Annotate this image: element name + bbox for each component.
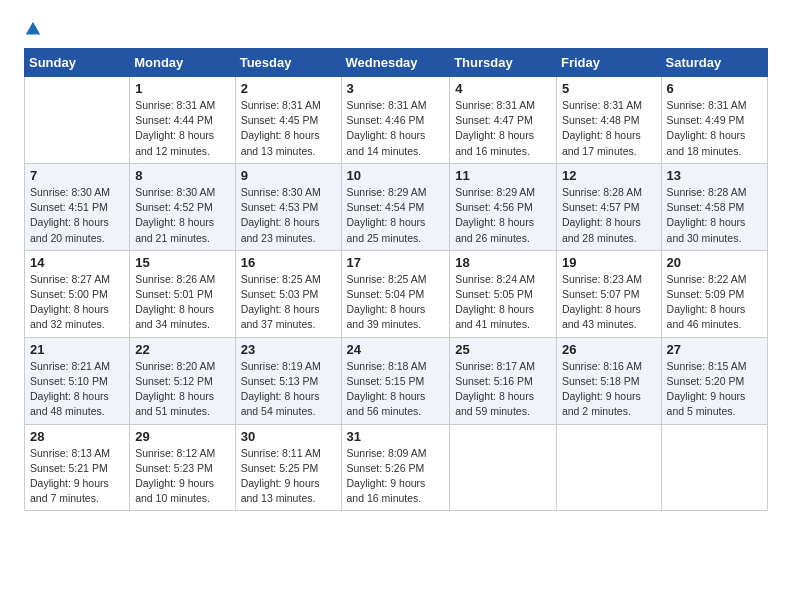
table-row (25, 77, 130, 164)
day-number: 2 (241, 81, 336, 96)
day-number: 15 (135, 255, 229, 270)
table-row: 14Sunrise: 8:27 AM Sunset: 5:00 PM Dayli… (25, 250, 130, 337)
table-row: 19Sunrise: 8:23 AM Sunset: 5:07 PM Dayli… (556, 250, 661, 337)
day-number: 20 (667, 255, 762, 270)
calendar-header-row: Sunday Monday Tuesday Wednesday Thursday… (25, 49, 768, 77)
day-info: Sunrise: 8:29 AM Sunset: 4:54 PM Dayligh… (347, 185, 445, 246)
day-info: Sunrise: 8:17 AM Sunset: 5:16 PM Dayligh… (455, 359, 551, 420)
table-row (556, 424, 661, 511)
day-number: 16 (241, 255, 336, 270)
col-wednesday: Wednesday (341, 49, 450, 77)
table-row: 31Sunrise: 8:09 AM Sunset: 5:26 PM Dayli… (341, 424, 450, 511)
table-row: 8Sunrise: 8:30 AM Sunset: 4:52 PM Daylig… (130, 163, 235, 250)
day-info: Sunrise: 8:21 AM Sunset: 5:10 PM Dayligh… (30, 359, 124, 420)
day-number: 25 (455, 342, 551, 357)
day-number: 8 (135, 168, 229, 183)
day-number: 30 (241, 429, 336, 444)
table-row: 15Sunrise: 8:26 AM Sunset: 5:01 PM Dayli… (130, 250, 235, 337)
day-info: Sunrise: 8:27 AM Sunset: 5:00 PM Dayligh… (30, 272, 124, 333)
day-number: 27 (667, 342, 762, 357)
table-row: 10Sunrise: 8:29 AM Sunset: 4:54 PM Dayli… (341, 163, 450, 250)
day-info: Sunrise: 8:31 AM Sunset: 4:48 PM Dayligh… (562, 98, 656, 159)
day-info: Sunrise: 8:28 AM Sunset: 4:58 PM Dayligh… (667, 185, 762, 246)
day-number: 18 (455, 255, 551, 270)
logo (24, 20, 42, 36)
header (24, 20, 768, 36)
day-info: Sunrise: 8:19 AM Sunset: 5:13 PM Dayligh… (241, 359, 336, 420)
day-info: Sunrise: 8:30 AM Sunset: 4:51 PM Dayligh… (30, 185, 124, 246)
day-info: Sunrise: 8:16 AM Sunset: 5:18 PM Dayligh… (562, 359, 656, 420)
table-row: 5Sunrise: 8:31 AM Sunset: 4:48 PM Daylig… (556, 77, 661, 164)
table-row: 9Sunrise: 8:30 AM Sunset: 4:53 PM Daylig… (235, 163, 341, 250)
day-info: Sunrise: 8:28 AM Sunset: 4:57 PM Dayligh… (562, 185, 656, 246)
day-number: 22 (135, 342, 229, 357)
calendar-week-row: 1Sunrise: 8:31 AM Sunset: 4:44 PM Daylig… (25, 77, 768, 164)
day-number: 4 (455, 81, 551, 96)
day-info: Sunrise: 8:29 AM Sunset: 4:56 PM Dayligh… (455, 185, 551, 246)
day-info: Sunrise: 8:18 AM Sunset: 5:15 PM Dayligh… (347, 359, 445, 420)
table-row: 4Sunrise: 8:31 AM Sunset: 4:47 PM Daylig… (450, 77, 557, 164)
col-monday: Monday (130, 49, 235, 77)
day-info: Sunrise: 8:22 AM Sunset: 5:09 PM Dayligh… (667, 272, 762, 333)
day-number: 24 (347, 342, 445, 357)
table-row: 23Sunrise: 8:19 AM Sunset: 5:13 PM Dayli… (235, 337, 341, 424)
day-info: Sunrise: 8:25 AM Sunset: 5:03 PM Dayligh… (241, 272, 336, 333)
day-info: Sunrise: 8:30 AM Sunset: 4:53 PM Dayligh… (241, 185, 336, 246)
table-row: 24Sunrise: 8:18 AM Sunset: 5:15 PM Dayli… (341, 337, 450, 424)
day-number: 3 (347, 81, 445, 96)
day-number: 10 (347, 168, 445, 183)
page: Sunday Monday Tuesday Wednesday Thursday… (0, 0, 792, 612)
table-row: 1Sunrise: 8:31 AM Sunset: 4:44 PM Daylig… (130, 77, 235, 164)
table-row: 21Sunrise: 8:21 AM Sunset: 5:10 PM Dayli… (25, 337, 130, 424)
table-row: 17Sunrise: 8:25 AM Sunset: 5:04 PM Dayli… (341, 250, 450, 337)
table-row: 18Sunrise: 8:24 AM Sunset: 5:05 PM Dayli… (450, 250, 557, 337)
day-number: 1 (135, 81, 229, 96)
table-row (450, 424, 557, 511)
day-number: 7 (30, 168, 124, 183)
day-info: Sunrise: 8:26 AM Sunset: 5:01 PM Dayligh… (135, 272, 229, 333)
day-number: 21 (30, 342, 124, 357)
table-row: 27Sunrise: 8:15 AM Sunset: 5:20 PM Dayli… (661, 337, 767, 424)
table-row (661, 424, 767, 511)
day-number: 9 (241, 168, 336, 183)
day-number: 11 (455, 168, 551, 183)
day-info: Sunrise: 8:25 AM Sunset: 5:04 PM Dayligh… (347, 272, 445, 333)
table-row: 13Sunrise: 8:28 AM Sunset: 4:58 PM Dayli… (661, 163, 767, 250)
day-info: Sunrise: 8:30 AM Sunset: 4:52 PM Dayligh… (135, 185, 229, 246)
table-row: 11Sunrise: 8:29 AM Sunset: 4:56 PM Dayli… (450, 163, 557, 250)
day-number: 29 (135, 429, 229, 444)
day-info: Sunrise: 8:20 AM Sunset: 5:12 PM Dayligh… (135, 359, 229, 420)
table-row: 30Sunrise: 8:11 AM Sunset: 5:25 PM Dayli… (235, 424, 341, 511)
day-number: 12 (562, 168, 656, 183)
table-row: 6Sunrise: 8:31 AM Sunset: 4:49 PM Daylig… (661, 77, 767, 164)
col-sunday: Sunday (25, 49, 130, 77)
day-number: 31 (347, 429, 445, 444)
day-info: Sunrise: 8:23 AM Sunset: 5:07 PM Dayligh… (562, 272, 656, 333)
logo-icon (24, 20, 42, 38)
day-info: Sunrise: 8:15 AM Sunset: 5:20 PM Dayligh… (667, 359, 762, 420)
col-saturday: Saturday (661, 49, 767, 77)
day-number: 19 (562, 255, 656, 270)
day-info: Sunrise: 8:31 AM Sunset: 4:44 PM Dayligh… (135, 98, 229, 159)
day-number: 6 (667, 81, 762, 96)
table-row: 29Sunrise: 8:12 AM Sunset: 5:23 PM Dayli… (130, 424, 235, 511)
day-number: 28 (30, 429, 124, 444)
col-tuesday: Tuesday (235, 49, 341, 77)
day-info: Sunrise: 8:13 AM Sunset: 5:21 PM Dayligh… (30, 446, 124, 507)
table-row: 3Sunrise: 8:31 AM Sunset: 4:46 PM Daylig… (341, 77, 450, 164)
calendar-week-row: 14Sunrise: 8:27 AM Sunset: 5:00 PM Dayli… (25, 250, 768, 337)
calendar-week-row: 28Sunrise: 8:13 AM Sunset: 5:21 PM Dayli… (25, 424, 768, 511)
col-friday: Friday (556, 49, 661, 77)
table-row: 16Sunrise: 8:25 AM Sunset: 5:03 PM Dayli… (235, 250, 341, 337)
day-number: 13 (667, 168, 762, 183)
table-row: 28Sunrise: 8:13 AM Sunset: 5:21 PM Dayli… (25, 424, 130, 511)
day-info: Sunrise: 8:09 AM Sunset: 5:26 PM Dayligh… (347, 446, 445, 507)
table-row: 7Sunrise: 8:30 AM Sunset: 4:51 PM Daylig… (25, 163, 130, 250)
day-info: Sunrise: 8:31 AM Sunset: 4:47 PM Dayligh… (455, 98, 551, 159)
calendar-week-row: 21Sunrise: 8:21 AM Sunset: 5:10 PM Dayli… (25, 337, 768, 424)
table-row: 22Sunrise: 8:20 AM Sunset: 5:12 PM Dayli… (130, 337, 235, 424)
day-number: 5 (562, 81, 656, 96)
day-info: Sunrise: 8:24 AM Sunset: 5:05 PM Dayligh… (455, 272, 551, 333)
day-number: 26 (562, 342, 656, 357)
calendar-table: Sunday Monday Tuesday Wednesday Thursday… (24, 48, 768, 511)
